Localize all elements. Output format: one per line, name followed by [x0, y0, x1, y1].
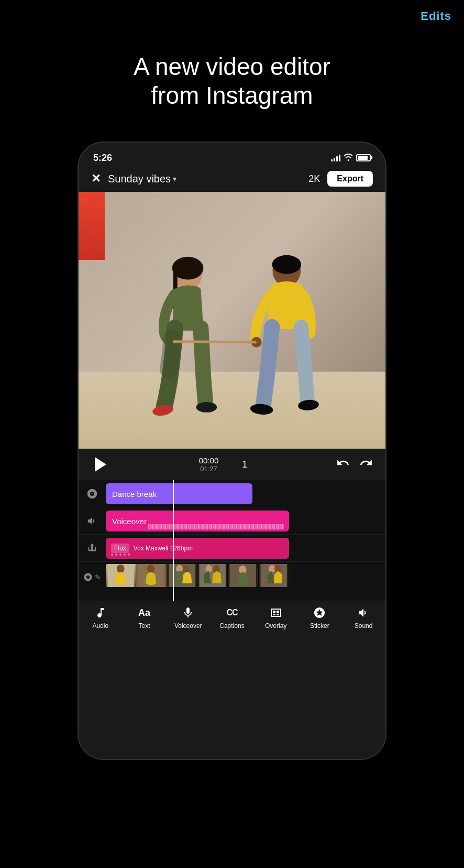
close-button[interactable]: ✕: [91, 172, 101, 186]
track-content-clip: Dance break: [106, 480, 385, 507]
text-label: Text: [139, 622, 150, 630]
music-track-icon: [79, 542, 106, 554]
brand-label: Edits: [421, 9, 451, 23]
time-total: 01:27: [199, 465, 219, 473]
quality-badge: 2K: [308, 173, 320, 185]
clip-track-icon: [79, 488, 106, 500]
redo-button[interactable]: [359, 456, 373, 473]
sticker-icon: [313, 605, 326, 620]
tool-sound[interactable]: Sound: [348, 605, 379, 630]
svg-point-5: [196, 402, 217, 413]
track-content-video: [106, 562, 385, 592]
track-row-music: Flux Vox Maxwell 126bpm: [79, 535, 385, 562]
svg-point-13: [117, 565, 125, 573]
status-time: 5:26: [93, 153, 112, 164]
voiceover-wave: [148, 524, 284, 529]
text-icon: Aa: [138, 605, 150, 620]
svg-point-15: [147, 565, 155, 573]
time-display: 00:00 01:27: [199, 456, 219, 473]
tool-audio[interactable]: Audio: [85, 605, 116, 630]
dancers-illustration: [79, 192, 385, 449]
time-current: 00:00: [199, 456, 219, 465]
bottom-tools: Audio Aa Text Voiceover CC Cap: [79, 605, 385, 630]
audio-icon: [94, 605, 107, 620]
overlay-label: Overlay: [265, 622, 286, 630]
flux-dots: [111, 554, 130, 556]
video-thumb-2: [136, 564, 167, 587]
captions-icon: CC: [226, 605, 237, 620]
undo-button[interactable]: [336, 456, 350, 473]
sound-label: Sound: [355, 622, 373, 630]
edit-icon: ✎: [95, 573, 101, 581]
svg-rect-19: [199, 564, 225, 587]
audio-label: Audio: [92, 622, 108, 630]
track-row-clip: Dance break: [79, 480, 385, 507]
track-content-music: Flux Vox Maxwell 126bpm: [106, 535, 385, 561]
phone-mockup: 5:26 ✕: [78, 142, 386, 760]
chevron-down-icon: ▾: [173, 175, 176, 183]
video-thumb-1: [106, 564, 136, 587]
video-thumb-5: [228, 564, 258, 587]
signal-icon: [331, 154, 340, 161]
timeline: Dance break Voiceover: [79, 480, 385, 601]
page-background: Edits A new video editor from Instagram …: [0, 0, 464, 868]
svg-line-11: [173, 342, 257, 342]
battery-icon: [356, 154, 371, 161]
toolbar-right: 2K Export: [308, 171, 373, 187]
clip-video[interactable]: [106, 564, 289, 587]
tool-text[interactable]: Aa Text: [129, 605, 160, 630]
track-number: 1: [242, 459, 247, 470]
status-bar: 5:26: [79, 143, 385, 166]
toolbar: ✕ Sunday vibes ▾ 2K Export: [79, 166, 385, 192]
sound-icon: [357, 605, 370, 620]
voiceover-icon: [182, 605, 194, 620]
track-content-voiceover: Voiceover: [106, 507, 385, 534]
track-row-video: ✎: [79, 562, 385, 592]
play-button[interactable]: [91, 455, 110, 474]
timeline-cursor: [173, 480, 174, 601]
sticker-label: Sticker: [310, 622, 329, 630]
tool-voiceover[interactable]: Voiceover: [172, 605, 204, 630]
status-icons: [331, 154, 371, 162]
project-name[interactable]: Sunday vibes ▾: [108, 173, 176, 185]
svg-point-18: [183, 565, 190, 573]
svg-point-7: [272, 255, 301, 274]
voiceover-label: Voiceover: [174, 622, 202, 630]
toolbar-left: ✕ Sunday vibes ▾: [91, 172, 176, 186]
video-thumb-3: [167, 564, 197, 587]
bottom-toolbar: Audio Aa Text Voiceover CC Cap: [79, 601, 385, 636]
tool-sticker[interactable]: Sticker: [304, 605, 335, 630]
voiceover-track-icon: [79, 515, 106, 527]
video-preview[interactable]: [79, 192, 385, 449]
playback-controls: 00:00 01:27 1: [79, 449, 385, 480]
headline: A new video editor from Instagram: [75, 52, 389, 110]
wifi-icon: [344, 154, 353, 162]
overlay-icon: [270, 605, 282, 620]
dancers-scene: [79, 192, 385, 449]
video-track-label: ✎: [79, 572, 106, 582]
play-icon: [95, 457, 106, 472]
playback-actions: [336, 456, 373, 473]
video-thumb-6: [259, 564, 289, 587]
tool-overlay[interactable]: Overlay: [260, 605, 292, 630]
captions-label: Captions: [219, 622, 244, 630]
track-row-voiceover: Voiceover: [79, 507, 385, 535]
clip-flux[interactable]: Flux Vox Maxwell 126bpm: [106, 538, 289, 559]
clip-dance-break[interactable]: Dance break: [106, 483, 252, 504]
tool-captions[interactable]: CC Captions: [216, 605, 248, 630]
clip-voiceover[interactable]: Voiceover: [106, 511, 289, 531]
video-thumb-4: [197, 564, 228, 587]
export-button[interactable]: Export: [327, 171, 373, 187]
